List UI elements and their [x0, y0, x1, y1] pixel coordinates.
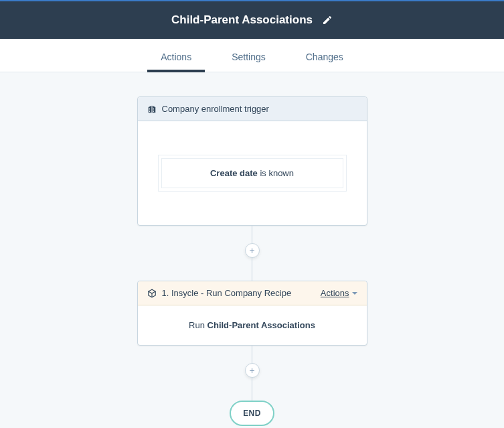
action-recipe-name: Child-Parent Associations — [207, 320, 315, 330]
add-step-button-2[interactable]: + — [245, 363, 260, 378]
action-body: Run Child-Parent Associations — [138, 305, 367, 345]
tab-changes[interactable]: Changes — [306, 42, 343, 72]
action-step-title: 1. Insycle - Run Company Recipe — [162, 288, 292, 298]
cube-icon — [147, 289, 157, 298]
tab-settings[interactable]: Settings — [232, 42, 266, 72]
condition-field: Create date — [210, 168, 258, 178]
page-title: Child-Parent Associations — [171, 13, 313, 27]
trigger-header: Company enrollment trigger — [138, 97, 367, 121]
add-step-button-1[interactable]: + — [245, 243, 260, 258]
condition-text: is known — [258, 168, 294, 178]
trigger-body: Create date is known — [138, 121, 367, 225]
connector-line — [252, 258, 252, 281]
edit-icon[interactable] — [322, 15, 333, 25]
trigger-title: Company enrollment trigger — [162, 104, 269, 114]
connector-line — [252, 378, 252, 401]
trigger-card[interactable]: Company enrollment trigger Create date i… — [137, 96, 367, 226]
workflow-canvas: Company enrollment trigger Create date i… — [0, 72, 504, 428]
connector-line — [252, 226, 252, 243]
tabs-bar: Actions Settings Changes — [0, 39, 504, 72]
actions-dropdown[interactable]: Actions — [321, 288, 357, 298]
connector-line — [252, 346, 252, 363]
trigger-condition: Create date is known — [161, 158, 343, 188]
tab-actions[interactable]: Actions — [161, 42, 191, 72]
action-run-label: Run — [189, 320, 207, 330]
trigger-condition-box[interactable]: Create date is known — [158, 155, 347, 192]
chevron-down-icon — [352, 292, 357, 295]
building-icon — [147, 104, 157, 114]
action-card[interactable]: 1. Insycle - Run Company Recipe Actions … — [137, 281, 367, 346]
action-header-left: 1. Insycle - Run Company Recipe — [147, 288, 292, 298]
end-node: END — [230, 401, 274, 426]
action-header: 1. Insycle - Run Company Recipe Actions — [138, 281, 367, 305]
page-header: Child-Parent Associations — [0, 1, 504, 39]
actions-dropdown-label: Actions — [321, 288, 349, 298]
